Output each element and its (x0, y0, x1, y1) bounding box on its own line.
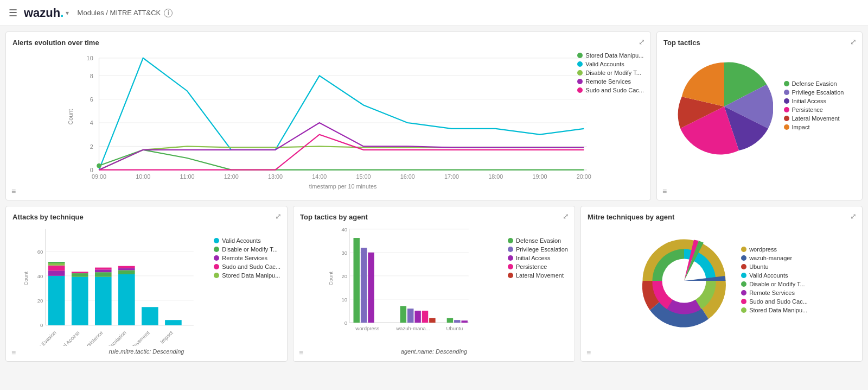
svg-rect-41 (48, 271, 65, 276)
svg-rect-85 (447, 318, 453, 323)
expand-icon[interactable]: ⤢ (850, 212, 857, 221)
legend-label: Valid Accounts (749, 272, 788, 279)
svg-text:20: 20 (37, 298, 43, 304)
legend-label: Ubuntu (749, 263, 768, 270)
chart-list-icon[interactable]: ≡ (11, 187, 16, 196)
top-tactics-by-agent-title: Top tactics by agent (300, 213, 568, 221)
bar-chart: 0 20 40 60 Count (12, 227, 208, 346)
legend-label: Sudo and Sudo Cac... (585, 87, 644, 93)
menu-icon[interactable]: ☰ (9, 7, 17, 19)
legend-label: Remote Services (749, 290, 795, 296)
svg-text:0: 0 (90, 167, 93, 173)
svg-rect-45 (72, 277, 88, 325)
legend-item: Stored Data Manipu... (577, 52, 644, 59)
sort-label: agent.name: Descending (300, 348, 568, 355)
mitre-by-agent-card: Mitre techniques by agent ⤢ (580, 206, 863, 362)
breadcrumb-modules[interactable]: Modules (78, 9, 104, 17)
expand-icon[interactable]: ⤢ (563, 212, 569, 221)
agent-bar-area: 0 10 20 30 40 Count (300, 227, 568, 346)
legend-item: Persistence (784, 106, 844, 113)
legend-item: Sudo and Sudo Cac... (577, 87, 644, 93)
top-tactics-by-agent-card: Top tactics by agent ⤢ (293, 206, 575, 362)
chart-list-icon[interactable]: ≡ (586, 348, 591, 357)
donut-legend: wordpress wazuh-manager Ubuntu Valid Acc… (741, 246, 808, 316)
svg-text:Impact: Impact (159, 329, 174, 344)
svg-text:Ubuntu: Ubuntu (446, 325, 463, 331)
svg-text:4: 4 (90, 119, 93, 126)
svg-rect-55 (118, 266, 135, 268)
attacks-by-technique-card: Attacks by technique ⤢ (5, 206, 288, 362)
svg-text:0: 0 (40, 322, 43, 328)
chart-list-icon[interactable]: ≡ (11, 348, 16, 357)
chart-list-icon[interactable]: ≡ (662, 187, 667, 196)
legend-label: Remote Services (222, 255, 267, 261)
svg-rect-82 (414, 311, 420, 323)
svg-text:wordpress: wordpress (355, 325, 379, 331)
svg-text:8: 8 (90, 73, 93, 79)
svg-rect-40 (48, 276, 65, 325)
expand-icon[interactable]: ⤢ (850, 37, 857, 46)
svg-rect-56 (142, 307, 158, 325)
legend-item: Lateral Movement (784, 115, 844, 122)
svg-text:40: 40 (37, 273, 43, 279)
svg-text:Initial Access: Initial Access (55, 330, 81, 346)
svg-text:Defense Evasion: Defense Evasion (25, 330, 58, 346)
svg-text:2: 2 (90, 143, 93, 150)
svg-rect-48 (95, 277, 112, 325)
svg-text:12:00: 12:00 (224, 173, 239, 180)
sort-label: rule.mitre.tactic: Descending (12, 348, 280, 355)
info-icon[interactable]: i (164, 9, 173, 17)
line-chart-legend: Stored Data Manipu... Valid Accounts Dis… (577, 52, 644, 96)
breadcrumb-current: MITRE ATT&CK (110, 9, 161, 17)
svg-text:Count: Count (23, 272, 29, 286)
legend-label: Privilege Escalation (516, 246, 568, 253)
svg-text:16:00: 16:00 (400, 173, 415, 180)
legend-label: Lateral Movement (516, 272, 564, 279)
svg-rect-86 (454, 320, 460, 323)
svg-rect-42 (48, 266, 65, 271)
legend-label: wazuh-manager (749, 255, 792, 261)
svg-text:11:00: 11:00 (180, 173, 194, 180)
legend-label: Remote Services (585, 78, 631, 85)
svg-text:17:00: 17:00 (444, 173, 459, 180)
bottom-row: Attacks by technique ⤢ (5, 206, 863, 362)
chart-list-icon[interactable]: ≡ (299, 348, 303, 357)
legend-label: Persistence (516, 263, 547, 270)
svg-rect-43 (48, 263, 65, 266)
svg-rect-87 (461, 320, 467, 323)
svg-text:10: 10 (341, 297, 347, 303)
svg-text:wazuh-mana...: wazuh-mana... (395, 325, 430, 331)
alerts-evolution-card: Alerts evolution over time ⤢ (5, 32, 651, 200)
bar-chart-svg: 0 20 40 60 Count (12, 227, 208, 346)
legend-label: Initial Access (516, 255, 551, 261)
donut-area: wordpress wazuh-manager Ubuntu Valid Acc… (588, 227, 856, 335)
svg-rect-44 (48, 262, 65, 263)
svg-text:0: 0 (344, 320, 347, 326)
pie-chart-area: Defense Evasion Privilege Escalation Ini… (663, 58, 856, 155)
legend-label: Disable or Modify T... (222, 246, 278, 253)
expand-icon[interactable]: ⤢ (275, 212, 282, 221)
svg-text:10:00: 10:00 (136, 173, 150, 180)
svg-text:20: 20 (341, 273, 347, 279)
agent-bar-svg: 0 10 20 30 40 Count (300, 227, 502, 346)
svg-text:19:00: 19:00 (532, 173, 547, 180)
legend-label: Sudo and Sudo Cac... (222, 263, 280, 270)
svg-rect-77 (354, 238, 360, 323)
legend-label: Stored Data Manipu... (749, 307, 807, 313)
svg-rect-50 (95, 269, 112, 272)
legend-label: Persistence (792, 106, 823, 113)
legend-item: Initial Access (784, 98, 844, 104)
svg-text:15:00: 15:00 (356, 173, 371, 180)
svg-text:10: 10 (87, 55, 93, 61)
expand-icon[interactable]: ⤢ (639, 37, 645, 46)
svg-rect-81 (407, 309, 413, 323)
svg-rect-51 (95, 268, 112, 270)
line-chart-svg: 0 2 4 6 8 10 Count 09:00 10:00 11:00 12:… (12, 52, 644, 193)
legend-item: Impact (784, 124, 844, 130)
agent-bar-chart: 0 10 20 30 40 Count (300, 227, 502, 346)
legend-label: Disable or Modify T... (749, 281, 805, 287)
logo-caret[interactable]: ▾ (66, 9, 69, 17)
svg-text:Count: Count (328, 272, 334, 286)
alerts-evolution-title: Alerts evolution over time (12, 39, 644, 47)
svg-rect-54 (118, 268, 135, 271)
